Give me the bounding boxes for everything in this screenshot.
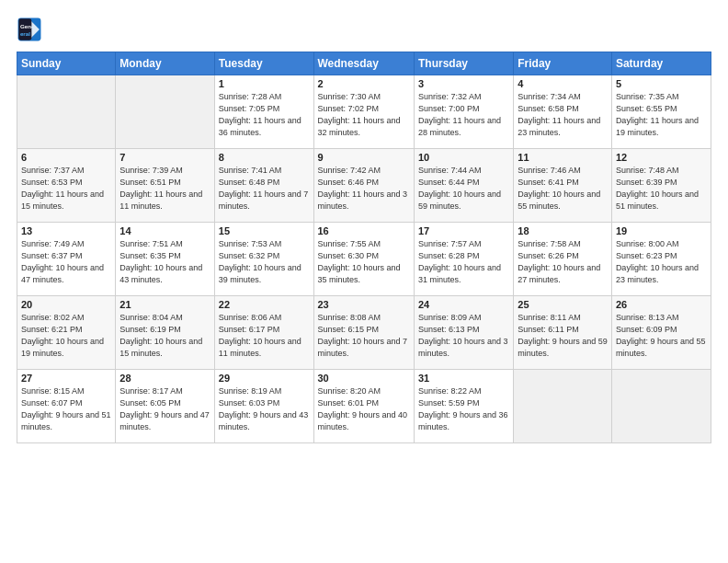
day-number: 15 [219,225,310,236]
cell-info: Sunrise: 7:51 AM Sunset: 6:35 PM Dayligh… [119,238,210,286]
calendar-row: 20Sunrise: 8:02 AM Sunset: 6:21 PM Dayli… [17,296,711,370]
day-number: 11 [518,152,608,163]
day-number: 19 [616,225,707,236]
cell-info: Sunrise: 8:15 AM Sunset: 6:07 PM Dayligh… [21,385,111,433]
calendar-cell: 11Sunrise: 7:46 AM Sunset: 6:41 PM Dayli… [514,149,612,223]
calendar-cell: 25Sunrise: 8:11 AM Sunset: 6:11 PM Dayli… [514,296,612,370]
calendar-cell [17,75,116,149]
cell-info: Sunrise: 7:30 AM Sunset: 7:02 PM Dayligh… [318,91,410,139]
cell-info: Sunrise: 8:06 AM Sunset: 6:17 PM Dayligh… [219,312,310,360]
day-number: 9 [318,152,410,163]
day-number: 21 [119,299,210,310]
day-number: 13 [21,225,111,236]
day-number: 10 [418,152,509,163]
calendar-cell: 2Sunrise: 7:30 AM Sunset: 7:02 PM Daylig… [313,75,414,149]
calendar-cell: 4Sunrise: 7:34 AM Sunset: 6:58 PM Daylig… [514,75,612,149]
day-number: 12 [616,152,707,163]
col-saturday: Saturday [611,52,711,75]
day-number: 4 [518,78,608,89]
calendar-cell: 15Sunrise: 7:53 AM Sunset: 6:32 PM Dayli… [214,223,313,296]
calendar-cell: 16Sunrise: 7:55 AM Sunset: 6:30 PM Dayli… [313,223,414,296]
calendar-cell: 30Sunrise: 8:20 AM Sunset: 6:01 PM Dayli… [313,370,414,443]
col-monday: Monday [116,52,214,75]
calendar-cell: 22Sunrise: 8:06 AM Sunset: 6:17 PM Dayli… [214,296,313,370]
calendar-cell [611,370,711,443]
calendar-cell [514,370,612,443]
calendar-row: 1Sunrise: 7:28 AM Sunset: 7:05 PM Daylig… [17,75,711,149]
calendar-cell: 8Sunrise: 7:41 AM Sunset: 6:48 PM Daylig… [214,149,313,223]
day-number: 2 [318,78,410,89]
calendar-cell: 7Sunrise: 7:39 AM Sunset: 6:51 PM Daylig… [116,149,214,223]
day-number: 1 [219,78,310,89]
calendar-cell: 12Sunrise: 7:48 AM Sunset: 6:39 PM Dayli… [611,149,711,223]
day-number: 7 [119,152,210,163]
day-number: 18 [518,225,608,236]
calendar-cell: 1Sunrise: 7:28 AM Sunset: 7:05 PM Daylig… [214,75,313,149]
calendar-cell: 9Sunrise: 7:42 AM Sunset: 6:46 PM Daylig… [313,149,414,223]
cell-info: Sunrise: 8:02 AM Sunset: 6:21 PM Dayligh… [21,312,111,360]
cell-info: Sunrise: 7:39 AM Sunset: 6:51 PM Dayligh… [119,165,210,213]
calendar-cell: 19Sunrise: 8:00 AM Sunset: 6:23 PM Dayli… [611,223,711,296]
cell-info: Sunrise: 7:28 AM Sunset: 7:05 PM Dayligh… [219,91,310,139]
calendar-cell: 21Sunrise: 8:04 AM Sunset: 6:19 PM Dayli… [116,296,214,370]
cell-info: Sunrise: 8:20 AM Sunset: 6:01 PM Dayligh… [318,385,410,433]
calendar-cell: 18Sunrise: 7:58 AM Sunset: 6:26 PM Dayli… [514,223,612,296]
cell-info: Sunrise: 8:04 AM Sunset: 6:19 PM Dayligh… [119,312,210,360]
calendar-cell: 20Sunrise: 8:02 AM Sunset: 6:21 PM Dayli… [17,296,116,370]
col-friday: Friday [514,52,612,75]
calendar-row: 13Sunrise: 7:49 AM Sunset: 6:37 PM Dayli… [17,223,711,296]
cell-info: Sunrise: 8:11 AM Sunset: 6:11 PM Dayligh… [518,312,608,360]
day-number: 23 [318,299,410,310]
calendar-cell: 13Sunrise: 7:49 AM Sunset: 6:37 PM Dayli… [17,223,116,296]
svg-text:Gen-: Gen- [20,23,33,29]
day-number: 31 [418,373,509,384]
cell-info: Sunrise: 7:42 AM Sunset: 6:46 PM Dayligh… [318,165,410,213]
logo-icon: Gen- eral [17,17,42,42]
page: Gen- eral Sunday Monday Tuesday Wednesda… [0,0,728,563]
calendar-cell: 5Sunrise: 7:35 AM Sunset: 6:55 PM Daylig… [611,75,711,149]
cell-info: Sunrise: 8:19 AM Sunset: 6:03 PM Dayligh… [219,385,310,433]
calendar-row: 27Sunrise: 8:15 AM Sunset: 6:07 PM Dayli… [17,370,711,443]
header-row: Sunday Monday Tuesday Wednesday Thursday… [17,52,711,75]
day-number: 22 [219,299,310,310]
day-number: 25 [518,299,608,310]
calendar-cell: 10Sunrise: 7:44 AM Sunset: 6:44 PM Dayli… [414,149,513,223]
calendar-cell: 24Sunrise: 8:09 AM Sunset: 6:13 PM Dayli… [414,296,513,370]
day-number: 17 [418,225,509,236]
cell-info: Sunrise: 8:17 AM Sunset: 6:05 PM Dayligh… [119,385,210,433]
day-number: 27 [21,373,111,384]
day-number: 5 [616,78,707,89]
cell-info: Sunrise: 7:35 AM Sunset: 6:55 PM Dayligh… [616,91,707,139]
day-number: 3 [418,78,509,89]
col-wednesday: Wednesday [313,52,414,75]
calendar-cell: 17Sunrise: 7:57 AM Sunset: 6:28 PM Dayli… [414,223,513,296]
cell-info: Sunrise: 7:57 AM Sunset: 6:28 PM Dayligh… [418,238,509,286]
calendar-cell: 29Sunrise: 8:19 AM Sunset: 6:03 PM Dayli… [214,370,313,443]
day-number: 14 [119,225,210,236]
cell-info: Sunrise: 7:53 AM Sunset: 6:32 PM Dayligh… [219,238,310,286]
calendar-cell: 6Sunrise: 7:37 AM Sunset: 6:53 PM Daylig… [17,149,116,223]
day-number: 16 [318,225,410,236]
col-thursday: Thursday [414,52,513,75]
calendar-body: 1Sunrise: 7:28 AM Sunset: 7:05 PM Daylig… [17,75,711,443]
day-number: 20 [21,299,111,310]
svg-text:eral: eral [20,30,30,37]
day-number: 24 [418,299,509,310]
logo: Gen- eral [17,17,46,42]
cell-info: Sunrise: 7:44 AM Sunset: 6:44 PM Dayligh… [418,165,509,213]
calendar-cell: 3Sunrise: 7:32 AM Sunset: 7:00 PM Daylig… [414,75,513,149]
cell-info: Sunrise: 8:09 AM Sunset: 6:13 PM Dayligh… [418,312,509,360]
calendar-cell: 26Sunrise: 8:13 AM Sunset: 6:09 PM Dayli… [611,296,711,370]
cell-info: Sunrise: 7:37 AM Sunset: 6:53 PM Dayligh… [21,165,111,213]
calendar-cell [116,75,214,149]
cell-info: Sunrise: 7:48 AM Sunset: 6:39 PM Dayligh… [616,165,707,213]
day-number: 28 [119,373,210,384]
cell-info: Sunrise: 8:00 AM Sunset: 6:23 PM Dayligh… [616,238,707,286]
col-tuesday: Tuesday [214,52,313,75]
col-sunday: Sunday [17,52,116,75]
calendar-cell: 31Sunrise: 8:22 AM Sunset: 5:59 PM Dayli… [414,370,513,443]
cell-info: Sunrise: 8:22 AM Sunset: 5:59 PM Dayligh… [418,385,509,433]
day-number: 8 [219,152,310,163]
cell-info: Sunrise: 8:08 AM Sunset: 6:15 PM Dayligh… [318,312,410,360]
calendar-cell: 27Sunrise: 8:15 AM Sunset: 6:07 PM Dayli… [17,370,116,443]
